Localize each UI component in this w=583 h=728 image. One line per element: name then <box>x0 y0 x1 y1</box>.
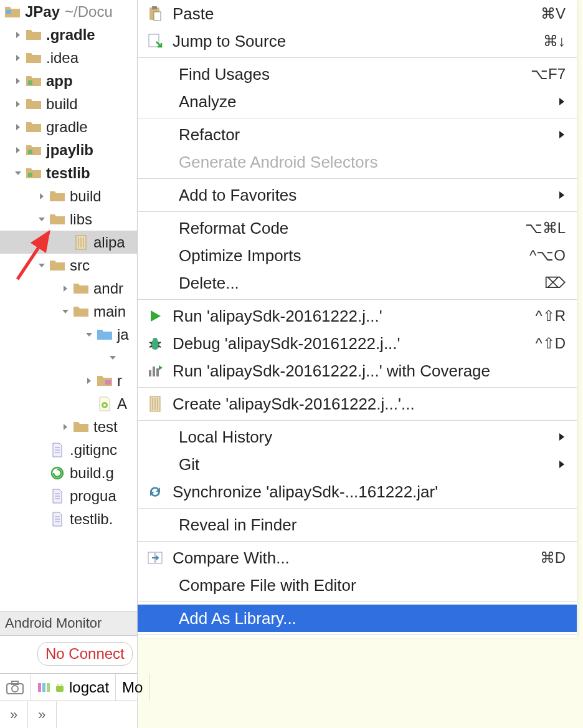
tree-row-build[interactable]: build <box>0 184 137 208</box>
svg-rect-8 <box>105 380 111 385</box>
tree-label: A <box>117 395 127 413</box>
expand-arrow[interactable] <box>82 397 96 411</box>
svg-rect-24 <box>12 681 18 684</box>
menu-item-add-as-library[interactable]: Add As Library... <box>138 605 577 632</box>
tree-row-ja[interactable]: ja <box>0 323 137 346</box>
svg-point-36 <box>153 338 158 343</box>
tree-row-.gradle[interactable]: .gradle <box>0 23 137 46</box>
expand-arrow[interactable] <box>11 51 25 65</box>
expand-arrow[interactable] <box>11 120 25 134</box>
svg-rect-32 <box>152 6 157 9</box>
menu-item-compare-with[interactable]: Compare With...⌘D <box>138 544 577 572</box>
menu-item-jump-to-source[interactable]: Jump to Source⌘↓ <box>138 27 577 55</box>
expand-arrow[interactable] <box>59 305 72 318</box>
submenu-arrow-icon <box>558 97 566 107</box>
no-connected-devices[interactable]: No Connect <box>37 642 133 666</box>
tree-row-r[interactable]: r <box>0 369 137 392</box>
menu-item-run-alipaysdk-20161222-j-with-coverage[interactable]: Run 'alipaySdk-20161222.j...' with Cover… <box>138 357 577 385</box>
expand-arrow[interactable] <box>59 282 72 295</box>
monitors-tab[interactable]: Mo <box>116 674 149 701</box>
svg-rect-41 <box>149 370 151 376</box>
expand-arrow[interactable] <box>106 351 120 365</box>
menu-item-reveal-in-finder[interactable]: Reveal in Finder <box>138 511 577 539</box>
expand-arrow[interactable] <box>11 97 25 111</box>
android-monitor-tab[interactable]: Android Monitor <box>0 611 137 636</box>
menu-item-delete[interactable]: Delete...⌦ <box>138 269 577 297</box>
menu-item-run-alipaysdk-20161222-j[interactable]: Run 'alipaySdk-20161222.j...'^⇧R <box>138 302 577 330</box>
annotation-arrow <box>11 223 55 285</box>
menu-separator <box>138 118 577 118</box>
project-root-row[interactable]: JPay ~/Docu <box>0 0 137 23</box>
debug-icon <box>144 335 166 352</box>
expand-arrow[interactable] <box>82 328 96 342</box>
menu-item-debug-alipaysdk-20161222-j[interactable]: Debug 'alipaySdk-20161222.j...'^⇧D <box>138 330 577 357</box>
expand-arrow[interactable] <box>11 74 25 88</box>
svg-point-29 <box>57 684 59 685</box>
module-icon <box>25 143 42 158</box>
menu-shortcut: ^⌥O <box>529 247 566 264</box>
menu-label: Delete... <box>144 274 537 293</box>
folder-blue-icon <box>96 327 113 342</box>
run-icon <box>144 307 166 325</box>
tree-row-testlib[interactable]: testlib <box>0 161 137 184</box>
menu-shortcut: ⌘D <box>540 549 566 567</box>
submenu-arrow-icon <box>558 130 566 140</box>
expand-arrow[interactable] <box>35 189 49 203</box>
menu-item-git[interactable]: Git <box>138 451 577 478</box>
tree-row-build[interactable]: build <box>0 92 137 115</box>
tree-row-main[interactable]: main <box>0 300 137 323</box>
menu-item-synchronize-alipaysdk-161222-jar[interactable]: Synchronize 'alipaySdk-...161222.jar' <box>138 478 577 505</box>
expand-arrow[interactable] <box>11 143 25 157</box>
svg-rect-27 <box>47 683 50 692</box>
expand-arrow[interactable] <box>11 166 25 180</box>
menu-item-paste[interactable]: Paste⌘V <box>138 0 577 27</box>
tree-row-build.g[interactable]: build.g <box>0 461 137 484</box>
menu-item-compare-file-with-editor[interactable]: Compare File with Editor <box>138 572 577 599</box>
tree-row-app[interactable]: app <box>0 69 137 92</box>
tree-row-jpaylib[interactable]: jpaylib <box>0 138 137 161</box>
tree-row-.idea[interactable]: .idea <box>0 46 137 69</box>
tree-row-testlib.[interactable]: testlib. <box>0 507 137 530</box>
expand-arrow[interactable] <box>59 236 72 249</box>
menu-separator <box>138 57 577 58</box>
chevron-2[interactable]: » <box>28 701 56 728</box>
expand-arrow[interactable] <box>35 443 49 457</box>
xml-icon <box>96 396 113 411</box>
chevron-1[interactable]: » <box>0 701 28 728</box>
expand-arrow[interactable] <box>82 374 96 388</box>
menu-item-reformat-code[interactable]: Reformat Code⌥⌘L <box>138 214 577 242</box>
expand-arrow[interactable] <box>11 28 25 42</box>
menu-item-refactor[interactable]: Refactor <box>138 121 577 148</box>
menu-item-optimize-imports[interactable]: Optimize Imports^⌥O <box>138 242 577 269</box>
logcat-tab[interactable]: logcat <box>31 674 116 701</box>
menu-item-create-alipaysdk-20161222-j[interactable]: Create 'alipaySdk-20161222.j...'... <box>138 390 577 418</box>
menu-label: Git <box>144 455 551 474</box>
expand-arrow[interactable] <box>35 512 49 526</box>
folder-icon <box>25 97 42 112</box>
jump-icon <box>144 32 166 50</box>
tree-row-progua[interactable]: progua <box>0 484 137 507</box>
submenu-arrow-icon <box>558 432 566 442</box>
menu-separator <box>138 299 577 300</box>
camera-icon <box>6 681 24 694</box>
menu-item-add-to-favorites[interactable]: Add to Favorites <box>138 181 577 209</box>
svg-rect-26 <box>42 683 45 692</box>
camera-icon-cell[interactable] <box>0 674 31 701</box>
expand-arrow[interactable] <box>35 489 49 503</box>
tree-row-.gitignc[interactable]: .gitignc <box>0 438 137 461</box>
tree-row-test[interactable]: test <box>0 415 137 438</box>
tree-label: .idea <box>46 49 78 67</box>
file-icon <box>49 443 66 457</box>
menu-item-analyze[interactable]: Analyze <box>138 88 577 115</box>
tree-row-item[interactable] <box>0 346 137 369</box>
menu-item-local-history[interactable]: Local History <box>138 423 577 451</box>
tree-row-A[interactable]: A <box>0 392 137 415</box>
expand-arrow[interactable] <box>35 466 49 480</box>
module-icon <box>25 166 42 181</box>
menu-item-find-usages[interactable]: Find Usages⌥F7 <box>138 60 577 88</box>
submenu-arrow-icon <box>558 459 566 469</box>
file-icon <box>49 489 66 504</box>
tree-row-gradle[interactable]: gradle <box>0 115 137 138</box>
expand-arrow[interactable] <box>59 420 72 434</box>
svg-line-21 <box>17 232 49 279</box>
